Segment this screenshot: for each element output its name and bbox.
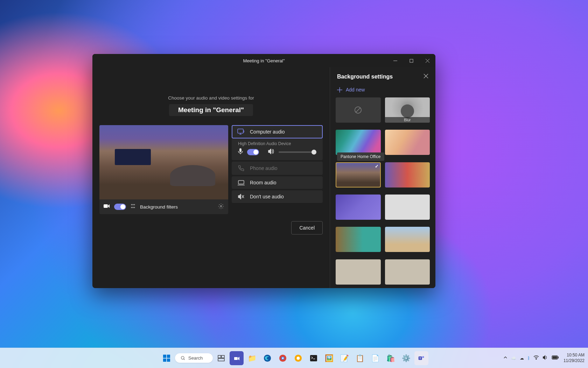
taskbar-app-settings[interactable]: ⚙️ (399, 351, 413, 365)
phone-audio-option[interactable]: Phone audio (232, 162, 323, 175)
no-audio-label: Don't use audio (250, 194, 284, 199)
camera-toggle[interactable] (114, 204, 126, 210)
tray-wifi-icon[interactable] (533, 355, 539, 361)
volume-slider[interactable] (279, 151, 316, 153)
svg-point-39 (296, 356, 300, 360)
svg-point-5 (131, 204, 132, 205)
taskbar-app-canary[interactable] (291, 351, 305, 365)
bg-panel-title: Background settings (337, 74, 393, 80)
no-audio-option[interactable]: Don't use audio (232, 190, 323, 203)
task-view-icon[interactable] (214, 351, 228, 365)
svg-rect-33 (234, 357, 238, 360)
taskbar-app-notepad[interactable]: 📝 (337, 351, 351, 365)
desktop-wallpaper: Meeting in "General" Choose your audio a… (0, 0, 588, 368)
bg-tooltip: Pantone Home Office (337, 152, 384, 161)
microphone-icon (238, 148, 243, 156)
meeting-name-input[interactable]: Meeting in "General" (169, 104, 253, 116)
svg-rect-47 (553, 356, 557, 359)
svg-line-29 (184, 359, 185, 360)
bg-option-extra[interactable] (336, 259, 381, 285)
svg-point-6 (133, 204, 133, 205)
prejoin-pane: Choose your audio and video settings for… (92, 67, 330, 288)
svg-point-9 (133, 207, 133, 208)
background-filters-button[interactable]: Background filters (140, 204, 214, 210)
bg-option-label: Blur (385, 117, 430, 123)
taskbar-app-teams[interactable]: T (414, 351, 428, 365)
cancel-button[interactable]: Cancel (291, 221, 323, 234)
svg-rect-1 (410, 59, 413, 62)
bg-option-studio[interactable] (385, 162, 430, 188)
computer-audio-option[interactable]: Computer audio (232, 125, 323, 138)
svg-rect-27 (167, 358, 170, 361)
bg-panel-close-button[interactable] (424, 74, 428, 80)
teams-window: Meeting in "General" Choose your audio a… (92, 54, 435, 288)
svg-rect-30 (218, 355, 221, 358)
svg-point-11 (220, 205, 222, 207)
taskbar: Search 📁 🖼️ 📝 📋 📄 🛍️ ⚙️ T ☁️ ☁ ᛒ (0, 348, 588, 368)
add-new-background-button[interactable]: Add new (330, 84, 435, 97)
svg-line-23 (356, 108, 360, 113)
microphone-toggle[interactable] (247, 149, 259, 155)
svg-rect-24 (163, 354, 166, 357)
add-new-label: Add new (346, 87, 365, 93)
svg-rect-13 (239, 148, 241, 152)
tray-chevron-icon[interactable] (503, 355, 507, 361)
tray-cloud-icon[interactable]: ☁ (520, 356, 524, 361)
clock-time: 10:50 AM (564, 353, 584, 358)
titlebar: Meeting in "General" (92, 54, 435, 67)
svg-point-43 (422, 356, 424, 358)
speaker-icon (268, 149, 274, 156)
audio-device-name: High Definition Audio Device (232, 139, 322, 147)
maximize-button[interactable] (403, 54, 419, 67)
search-label: Search (188, 355, 203, 361)
taskbar-app-explorer[interactable]: 📁 (245, 351, 259, 365)
bg-option-art1[interactable] (336, 130, 381, 155)
window-title: Meeting in "General" (243, 58, 285, 63)
taskbar-app-edge[interactable] (260, 351, 274, 365)
svg-point-44 (536, 359, 537, 359)
bg-option-purple[interactable] (336, 195, 381, 220)
taskbar-app-chat[interactable] (230, 351, 244, 365)
taskbar-clock[interactable]: 10:50 AM 11/29/2022 (564, 353, 584, 363)
close-button[interactable] (419, 54, 435, 67)
svg-rect-32 (218, 359, 224, 361)
bg-option-office1[interactable] (336, 227, 381, 252)
prejoin-subtitle: Choose your audio and video settings for (99, 95, 323, 101)
bg-option-none[interactable] (336, 97, 381, 123)
svg-rect-40 (310, 355, 317, 361)
gear-icon[interactable] (218, 203, 224, 211)
taskbar-search[interactable]: Search (175, 353, 213, 363)
bg-option-office2[interactable] (385, 227, 430, 252)
taskbar-app-chrome[interactable] (276, 351, 290, 365)
taskbar-app-store[interactable]: 🛍️ (384, 351, 398, 365)
svg-point-10 (134, 207, 135, 208)
svg-point-28 (181, 356, 184, 359)
taskbar-app-3[interactable]: 📄 (368, 351, 382, 365)
svg-rect-14 (238, 180, 244, 184)
bg-option-art2[interactable] (385, 130, 430, 155)
tray-onedrive-icon[interactable]: ☁️ (511, 356, 516, 361)
bg-option-home[interactable] (336, 162, 381, 188)
svg-rect-25 (167, 354, 170, 357)
svg-point-37 (282, 357, 284, 359)
svg-rect-26 (163, 358, 166, 361)
bg-option-extra[interactable] (385, 259, 430, 285)
tray-battery-icon[interactable] (552, 355, 559, 361)
room-audio-option[interactable]: Room audio (232, 176, 323, 189)
tray-bluetooth-icon[interactable]: ᛒ (527, 356, 530, 361)
bg-option-notes[interactable] (385, 195, 430, 220)
svg-point-8 (131, 207, 132, 208)
minimize-button[interactable] (387, 54, 403, 67)
tray-volume-icon[interactable] (542, 355, 548, 361)
start-button[interactable] (160, 351, 174, 365)
taskbar-app-2[interactable]: 📋 (353, 351, 367, 365)
clock-date: 11/29/2022 (564, 358, 584, 364)
background-grid: BlurPantone Home Office (330, 97, 435, 288)
camera-icon (104, 204, 110, 210)
taskbar-app-terminal[interactable] (307, 351, 321, 365)
background-settings-panel: Background settings Add new BlurPantone … (330, 67, 435, 288)
bg-option-blur[interactable]: Blur (385, 97, 430, 123)
computer-audio-label: Computer audio (250, 129, 285, 135)
filters-icon (130, 203, 136, 210)
taskbar-app-1[interactable]: 🖼️ (322, 351, 336, 365)
